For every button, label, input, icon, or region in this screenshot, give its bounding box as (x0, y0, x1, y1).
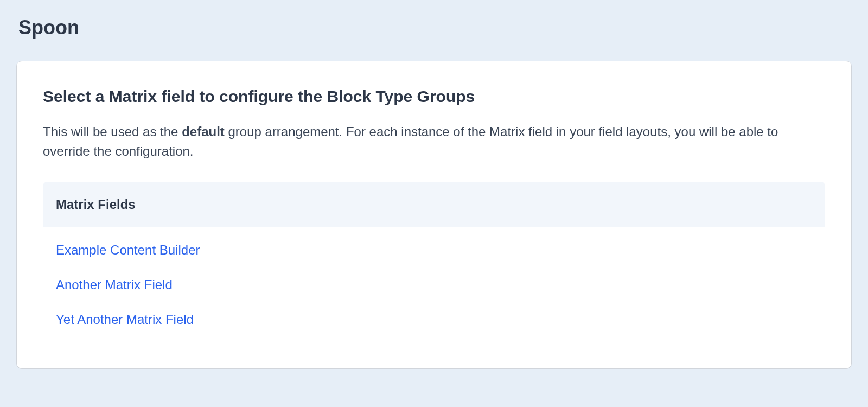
card-heading: Select a Matrix field to configure the B… (43, 87, 825, 106)
matrix-field-link[interactable]: Example Content Builder (43, 233, 825, 268)
list-header: Matrix Fields (43, 182, 825, 227)
list-items-container: Example Content Builder Another Matrix F… (43, 227, 825, 342)
card-description: This will be used as the default group a… (43, 122, 825, 161)
matrix-field-link[interactable]: Yet Another Matrix Field (43, 302, 825, 337)
description-prefix: This will be used as the (43, 124, 182, 139)
matrix-field-link[interactable]: Another Matrix Field (43, 268, 825, 302)
matrix-fields-list: Matrix Fields Example Content Builder An… (43, 182, 825, 342)
settings-card: Select a Matrix field to configure the B… (16, 61, 852, 369)
page-title: Spoon (16, 16, 852, 39)
description-bold: default (182, 124, 225, 139)
